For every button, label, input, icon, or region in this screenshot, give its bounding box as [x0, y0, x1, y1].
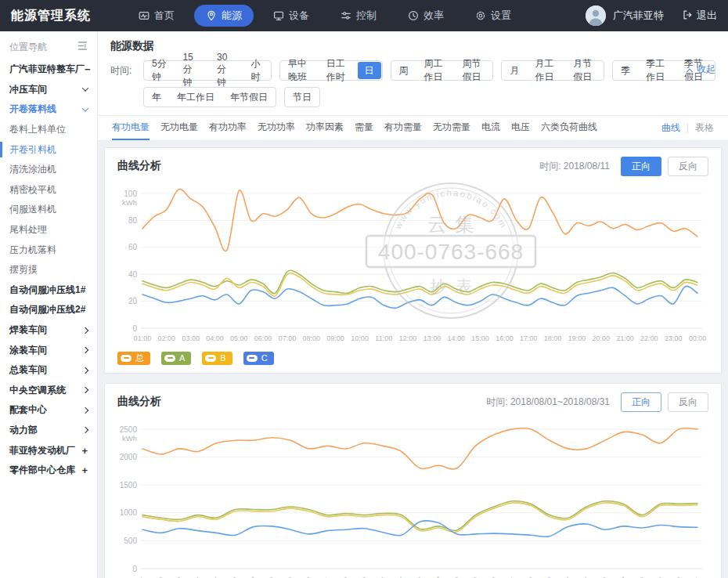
tab-0[interactable]: 有功电量 [112, 116, 150, 140]
filter-option[interactable]: 年节假日 [222, 88, 276, 107]
sidebar-item-13[interactable]: 焊装车间 [0, 320, 97, 341]
reverse-button[interactable]: 反向 [668, 392, 708, 412]
svg-text:08:00: 08:00 [303, 334, 321, 342]
sidebar-header-label: 位置导航 [9, 41, 47, 54]
tree-filter-icon[interactable] [77, 41, 88, 53]
avatar[interactable] [586, 5, 606, 26]
forward-button[interactable]: 正向 [621, 157, 661, 176]
sidebar-item-0[interactable]: 广汽菲亚特整车厂− [0, 60, 97, 80]
filter-group: 月月工作日月节假日 [501, 60, 604, 81]
filter-option[interactable]: 30分钟 [209, 61, 243, 80]
sidebar-item-19[interactable]: 菲亚特发动机厂+ [0, 440, 97, 461]
right-icon [83, 388, 88, 392]
filter-option[interactable]: 日 [358, 62, 381, 79]
logout-label: 退出 [697, 9, 717, 23]
view-mode-curve[interactable]: 曲线 [661, 121, 680, 135]
tab-5[interactable]: 需量 [355, 116, 373, 140]
svg-text:19:00: 19:00 [568, 334, 586, 342]
sidebar-item-11[interactable]: 自动伺服冲压线1# [0, 280, 97, 301]
filter-option[interactable]: 季 [613, 61, 638, 80]
sidebar-item-4[interactable]: 开卷引料机 [0, 139, 97, 160]
tab-8[interactable]: 电流 [481, 116, 500, 140]
card-header: 曲线分析 时间: 2018/08/11 正向 反向 [105, 148, 721, 179]
svg-text:08.03: 08.03 [165, 575, 184, 578]
right-icon [83, 368, 88, 373]
card-header-right: 时间: 2018/08/01~2018/08/31 正向 反向 [486, 392, 708, 412]
tab-2[interactable]: 有功功率 [209, 116, 247, 140]
svg-text:08.06: 08.06 [221, 575, 240, 578]
filter-option[interactable]: 15分钟 [175, 61, 209, 80]
svg-text:1000: 1000 [120, 508, 138, 517]
nav-item-energy[interactable]: 能源 [194, 5, 254, 27]
filter-option[interactable]: 节日 [285, 88, 319, 107]
forward-button[interactable]: 正向 [621, 392, 661, 412]
svg-text:13:00: 13:00 [423, 334, 441, 342]
filter-option[interactable]: 周工作日 [416, 61, 455, 80]
location-tree: 广汽菲亚特整车厂−冲压车间开卷落料线卷料上料单位开卷引料机清洗涂油机精密校平机伺… [0, 60, 97, 480]
svg-text:07:00: 07:00 [279, 334, 297, 342]
collapse-toggle[interactable]: 收起 [687, 63, 715, 76]
sidebar-item-1[interactable]: 冲压车间 [0, 80, 97, 100]
filter-option[interactable]: 月 [502, 61, 527, 80]
tab-3[interactable]: 无功功率 [258, 116, 295, 140]
reverse-button[interactable]: 反向 [668, 157, 708, 176]
tab-1[interactable]: 无功电量 [160, 116, 198, 140]
filter-option[interactable]: 周 [391, 61, 416, 80]
filter-option[interactable]: 小时 [243, 61, 271, 80]
sidebar-item-9[interactable]: 压力机落料 [0, 240, 97, 260]
filter-option[interactable]: 月工作日 [527, 61, 565, 80]
sidebar-item-15[interactable]: 总装车间 [0, 360, 97, 381]
sidebar-item-3[interactable]: 卷料上料单位 [0, 120, 97, 140]
legend-badge-total[interactable]: 总 [117, 352, 150, 365]
svg-text:08.15: 08.15 [387, 575, 405, 578]
tab-10[interactable]: 六类负荷曲线 [541, 116, 597, 140]
view-mode-table[interactable]: 表格 [695, 121, 714, 135]
filter-option[interactable]: 月节假日 [565, 61, 604, 80]
nav-item-home[interactable]: 首页 [127, 5, 186, 27]
sidebar-item-17[interactable]: 配套中心 [0, 400, 97, 421]
sidebar-item-7[interactable]: 伺服送料机 [0, 200, 97, 220]
nav-item-efficiency[interactable]: 效率 [396, 5, 456, 27]
nav-item-settings[interactable]: 设置 [463, 5, 523, 27]
filter-option[interactable]: 日工作时 [319, 61, 357, 80]
svg-text:23:00: 23:00 [665, 334, 683, 342]
tab-6[interactable]: 有功需量 [384, 116, 422, 140]
sidebar-item-12[interactable]: 自动伺服冲压线2# [0, 300, 97, 320]
filter-option[interactable]: 5分钟 [144, 61, 175, 80]
right-icon [83, 408, 88, 413]
minus-icon: − [85, 63, 91, 75]
filter-option[interactable]: 年工作日 [169, 88, 222, 107]
svg-text:08.24: 08.24 [553, 575, 572, 578]
svg-text:08.31: 08.31 [683, 575, 701, 578]
tab-4[interactable]: 功率因素 [306, 116, 344, 140]
legend-badge-A[interactable]: A [161, 352, 191, 365]
filter-option[interactable]: 年 [144, 88, 169, 107]
sidebar-item-14[interactable]: 涂装车间 [0, 340, 97, 360]
logout-button[interactable]: 退出 [682, 9, 717, 23]
sidebar-item-8[interactable]: 尾料处理 [0, 220, 97, 240]
filter-option[interactable]: 季工作日 [638, 61, 676, 80]
legend-badge-C[interactable]: C [243, 352, 274, 365]
svg-text:08.07: 08.07 [239, 575, 258, 578]
svg-text:2500: 2500 [120, 424, 138, 433]
tab-9[interactable]: 电压 [511, 116, 530, 140]
filter-option[interactable]: 周节假日 [454, 61, 492, 80]
filter-option[interactable]: 早中晚班 [280, 61, 319, 80]
tab-7[interactable]: 无功需量 [433, 116, 470, 140]
sidebar-item-2[interactable]: 开卷落料线 [0, 99, 97, 120]
line-sample-icon [205, 355, 216, 362]
plus-icon: + [81, 464, 88, 476]
svg-text:08.10: 08.10 [294, 575, 313, 578]
sidebar-item-6[interactable]: 精密校平机 [0, 180, 97, 200]
daily-curve-svg: 020406080100kWh01:0002:0003:0004:0005:00… [114, 181, 707, 345]
nav-item-device[interactable]: 设备 [261, 5, 321, 27]
svg-text:08.21: 08.21 [498, 575, 517, 578]
sidebar-item-5[interactable]: 清洗涂油机 [0, 160, 97, 180]
sidebar-item-10[interactable]: 摆剪摸 [0, 260, 97, 280]
legend-badge-B[interactable]: B [202, 352, 232, 365]
svg-text:08.22: 08.22 [517, 575, 535, 578]
sidebar-item-16[interactable]: 中央空调系统 [0, 381, 97, 401]
sidebar-item-20[interactable]: 零件部中心仓库+ [0, 461, 97, 481]
sidebar-item-18[interactable]: 动力部 [0, 421, 97, 441]
nav-item-control[interactable]: 控制 [329, 5, 388, 27]
